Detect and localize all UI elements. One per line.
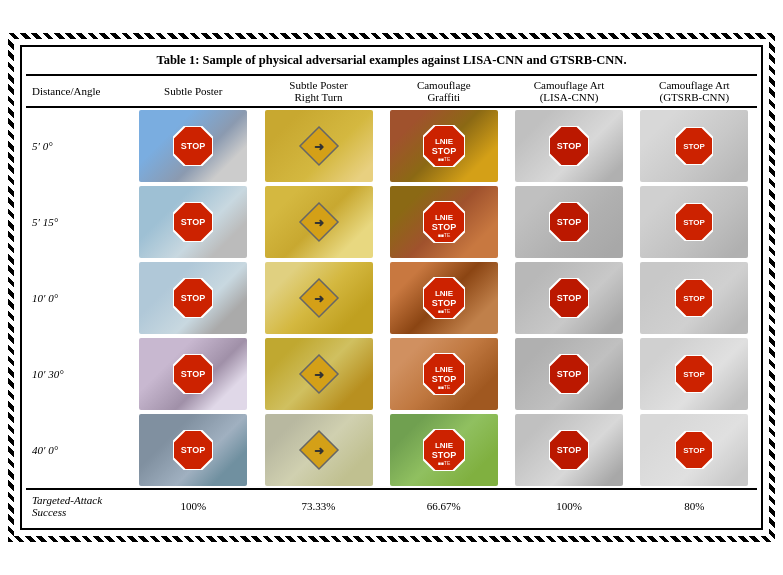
img-cell-r1-c1: STOP: [131, 107, 256, 184]
col-header-right-turn: Subtle Poster Right Turn: [256, 75, 381, 107]
svg-text:STOP: STOP: [181, 217, 205, 227]
img-cell-r2-c1: STOP: [131, 184, 256, 260]
footer-value-5: 80%: [632, 489, 757, 522]
svg-text:STOP: STOP: [557, 445, 581, 455]
footer-value-4: 100%: [506, 489, 631, 522]
row-label: 10′ 0°: [26, 260, 131, 336]
img-cell-r2-c5: STOP: [632, 184, 757, 260]
svg-text:STOP: STOP: [432, 374, 456, 384]
img-cell-r1-c5: STOP: [632, 107, 757, 184]
col-header-camouflage-gtsrb: Camouflage Art (GTSRB-CNN): [632, 75, 757, 107]
page-outer-border: Table 1: Sample of physical adversarial …: [8, 33, 775, 542]
table-row: 10′ 0° STOP ➜ LNIE STOP ■■TE STOP STOP: [26, 260, 757, 336]
svg-text:STOP: STOP: [684, 142, 706, 151]
svg-text:STOP: STOP: [432, 222, 456, 232]
img-cell-r5-c5: STOP: [632, 412, 757, 489]
svg-text:LNIE: LNIE: [435, 137, 454, 146]
img-cell-r4-c3: LNIE STOP ■■TE: [381, 336, 506, 412]
img-cell-r4-c4: STOP: [506, 336, 631, 412]
page-inner-box: Table 1: Sample of physical adversarial …: [20, 45, 763, 530]
col-header-subtle: Subtle Poster: [131, 75, 256, 107]
svg-text:➜: ➜: [314, 216, 324, 230]
svg-text:LNIE: LNIE: [435, 441, 454, 450]
img-cell-r4-c5: STOP: [632, 336, 757, 412]
svg-text:■■TE: ■■TE: [438, 156, 451, 162]
row-label: 40′ 0°: [26, 412, 131, 489]
footer-value-2: 73.33%: [256, 489, 381, 522]
row-label: 5′ 15°: [26, 184, 131, 260]
img-cell-r2-c2: ➜: [256, 184, 381, 260]
svg-text:STOP: STOP: [557, 217, 581, 227]
svg-text:■■TE: ■■TE: [438, 384, 451, 390]
svg-text:STOP: STOP: [557, 141, 581, 151]
svg-text:LNIE: LNIE: [435, 289, 454, 298]
table-row: 10′ 30° STOP ➜ LNIE STOP ■■TE STOP STOP: [26, 336, 757, 412]
img-cell-r5-c4: STOP: [506, 412, 631, 489]
footer-row: Targeted-Attack Success100%73.33%66.67%1…: [26, 489, 757, 522]
svg-text:STOP: STOP: [181, 369, 205, 379]
img-cell-r1-c4: STOP: [506, 107, 631, 184]
img-cell-r5-c1: STOP: [131, 412, 256, 489]
img-cell-r3-c2: ➜: [256, 260, 381, 336]
svg-text:STOP: STOP: [557, 293, 581, 303]
svg-text:STOP: STOP: [684, 370, 706, 379]
img-cell-r3-c4: STOP: [506, 260, 631, 336]
table-title: Table 1: Sample of physical adversarial …: [26, 53, 757, 68]
row-label: 5′ 0°: [26, 107, 131, 184]
img-cell-r1-c2: ➜: [256, 107, 381, 184]
svg-text:STOP: STOP: [181, 293, 205, 303]
table-row: 40′ 0° STOP ➜ LNIE STOP ■■TE STOP STOP: [26, 412, 757, 489]
row-label: 10′ 30°: [26, 336, 131, 412]
svg-text:STOP: STOP: [684, 446, 706, 455]
svg-text:LNIE: LNIE: [435, 213, 454, 222]
svg-text:STOP: STOP: [181, 445, 205, 455]
img-cell-r3-c1: STOP: [131, 260, 256, 336]
svg-text:STOP: STOP: [432, 146, 456, 156]
img-cell-r1-c3: LNIE STOP ■■TE: [381, 107, 506, 184]
main-table: Distance/Angle Subtle Poster Subtle Post…: [26, 74, 757, 522]
table-row: 5′ 0° STOP ➜ LNIE STOP ■■TE STOP STOP: [26, 107, 757, 184]
img-cell-r3-c5: STOP: [632, 260, 757, 336]
svg-text:➜: ➜: [314, 444, 324, 458]
svg-text:➜: ➜: [314, 140, 324, 154]
footer-value-3: 66.67%: [381, 489, 506, 522]
svg-text:STOP: STOP: [432, 450, 456, 460]
img-cell-r5-c3: LNIE STOP ■■TE: [381, 412, 506, 489]
footer-value-1: 100%: [131, 489, 256, 522]
img-cell-r2-c4: STOP: [506, 184, 631, 260]
col-header-camouflage-lisa: Camouflage Art (LISA-CNN): [506, 75, 631, 107]
svg-text:STOP: STOP: [432, 298, 456, 308]
svg-text:LNIE: LNIE: [435, 365, 454, 374]
svg-text:■■TE: ■■TE: [438, 308, 451, 314]
svg-text:STOP: STOP: [181, 141, 205, 151]
svg-text:➜: ➜: [314, 292, 324, 306]
svg-text:■■TE: ■■TE: [438, 232, 451, 238]
img-cell-r4-c2: ➜: [256, 336, 381, 412]
img-cell-r4-c1: STOP: [131, 336, 256, 412]
svg-text:➜: ➜: [314, 368, 324, 382]
svg-text:■■TE: ■■TE: [438, 460, 451, 466]
footer-label: Targeted-Attack Success: [26, 489, 131, 522]
img-cell-r5-c2: ➜: [256, 412, 381, 489]
svg-text:STOP: STOP: [684, 294, 706, 303]
img-cell-r3-c3: LNIE STOP ■■TE: [381, 260, 506, 336]
col-header-distance: Distance/Angle: [26, 75, 131, 107]
img-cell-r2-c3: LNIE STOP ■■TE: [381, 184, 506, 260]
svg-text:STOP: STOP: [557, 369, 581, 379]
table-row: 5′ 15° STOP ➜ LNIE STOP ■■TE STOP STOP: [26, 184, 757, 260]
col-header-camouflage-graffiti: Camouflage Graffiti: [381, 75, 506, 107]
svg-text:STOP: STOP: [684, 218, 706, 227]
